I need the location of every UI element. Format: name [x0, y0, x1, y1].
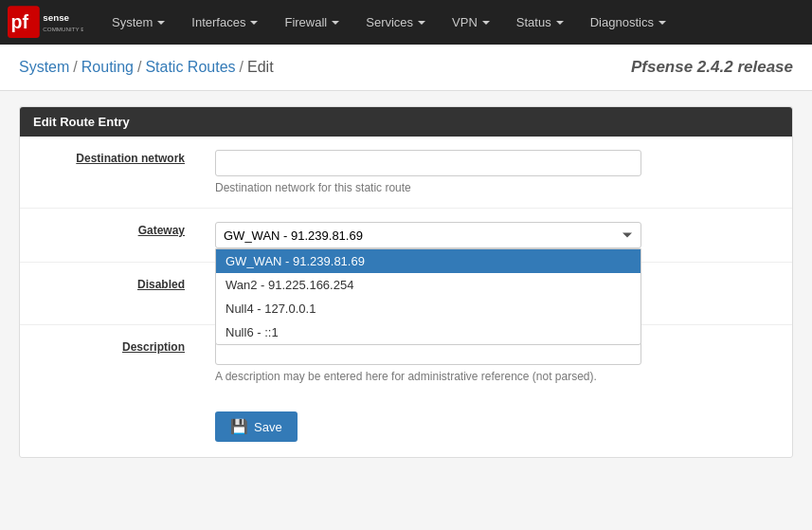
gateway-option-item-3[interactable]: Null6 - ::1: [216, 320, 641, 344]
description-label: Description: [122, 340, 185, 354]
description-label-cell: Description: [20, 325, 200, 397]
form-table: Destination network Destination network …: [20, 137, 792, 396]
breadcrumb-system[interactable]: System: [19, 59, 69, 76]
content: Edit Route Entry Destination network Des…: [0, 91, 812, 473]
save-button[interactable]: 💾 Save: [215, 411, 298, 442]
nav-interfaces-label: Interfaces: [191, 15, 245, 29]
disabled-label: Disabled: [137, 278, 185, 291]
gateway-label-cell: Gateway: [20, 209, 200, 263]
brand: pf sense COMMUNITY EDITION: [8, 5, 83, 41]
gateway-option-item-0[interactable]: GW_WAN - 91.239.81.69: [216, 249, 641, 273]
nav-status-caret-icon: [556, 21, 564, 25]
gateway-label: Gateway: [138, 224, 185, 237]
nav-firewall[interactable]: Firewall: [271, 0, 352, 45]
nav-interfaces-caret-icon: [250, 21, 258, 25]
destination-network-field-cell: Destination network for this static rout…: [200, 137, 792, 209]
nav-status[interactable]: Status: [503, 0, 577, 45]
gateway-container: GW_WAN - 91.239.81.69 Wan2 - 91.225.166.…: [215, 222, 641, 248]
destination-network-input[interactable]: [215, 150, 641, 176]
breadcrumb-sep-3: /: [240, 59, 244, 76]
nav-diagnostics-label: Diagnostics: [590, 15, 654, 29]
gateway-row: Gateway GW_WAN - 91.239.81.69 Wan2 - 91.…: [20, 209, 792, 263]
panel-body: Destination network Destination network …: [20, 137, 792, 457]
svg-text:pf: pf: [11, 11, 29, 32]
nav-system-label: System: [112, 15, 153, 29]
panel-heading: Edit Route Entry: [20, 107, 792, 137]
breadcrumb-routing[interactable]: Routing: [81, 59, 134, 76]
nav-diagnostics[interactable]: Diagnostics: [577, 0, 679, 45]
destination-network-label-cell: Destination network: [20, 137, 200, 209]
svg-text:sense: sense: [43, 12, 69, 23]
description-help: A description may be entered here for ad…: [215, 370, 777, 383]
gateway-option-item-2[interactable]: Null4 - 127.0.0.1: [216, 297, 641, 320]
nav-services-caret-icon: [418, 21, 425, 25]
breadcrumb-sep-1: /: [73, 59, 77, 76]
nav-services-label: Services: [366, 15, 413, 29]
navbar: pf sense COMMUNITY EDITION System Interf…: [0, 0, 812, 45]
gateway-field-cell: GW_WAN - 91.239.81.69 Wan2 - 91.225.166.…: [200, 209, 792, 263]
nav-services[interactable]: Services: [352, 0, 439, 45]
save-icon: 💾: [230, 418, 248, 435]
page-header: System / Routing / Static Routes / Edit …: [0, 45, 812, 91]
gateway-option-item-1[interactable]: Wan2 - 91.225.166.254: [216, 273, 641, 297]
edit-route-panel: Edit Route Entry Destination network Des…: [19, 106, 793, 458]
gateway-select[interactable]: GW_WAN - 91.239.81.69 Wan2 - 91.225.166.…: [215, 222, 641, 248]
nav-status-label: Status: [516, 15, 551, 29]
nav-diagnostics-caret-icon: [659, 21, 666, 25]
pfsense-logo-icon: pf sense COMMUNITY EDITION: [8, 5, 83, 41]
nav-firewall-caret-icon: [332, 21, 339, 25]
form-actions: 💾 Save: [20, 396, 792, 457]
breadcrumb-edit: Edit: [247, 59, 274, 76]
breadcrumb-sep-2: /: [137, 59, 141, 76]
svg-text:COMMUNITY EDITION: COMMUNITY EDITION: [43, 25, 83, 31]
disabled-label-cell: Disabled: [20, 263, 200, 325]
gateway-dropdown-list: GW_WAN - 91.239.81.69 Wan2 - 91.225.166.…: [215, 248, 641, 345]
destination-network-help: Destination network for this static rout…: [215, 181, 777, 194]
nav-firewall-label: Firewall: [284, 15, 327, 29]
destination-network-row: Destination network Destination network …: [20, 137, 792, 209]
breadcrumb: System / Routing / Static Routes / Edit: [19, 59, 274, 76]
nav-vpn-label: VPN: [452, 15, 478, 29]
nav-system-caret-icon: [157, 21, 165, 25]
nav-interfaces[interactable]: Interfaces: [178, 0, 271, 45]
page-title: Pfsense 2.4.2 release: [631, 58, 793, 77]
breadcrumb-static-routes[interactable]: Static Routes: [145, 59, 235, 76]
save-button-label: Save: [254, 420, 282, 434]
nav-system[interactable]: System: [99, 0, 178, 45]
nav-items: System Interfaces Firewall Services VPN …: [99, 0, 679, 45]
nav-vpn[interactable]: VPN: [439, 0, 503, 45]
destination-network-label: Destination network: [76, 152, 185, 165]
nav-vpn-caret-icon: [482, 21, 490, 25]
